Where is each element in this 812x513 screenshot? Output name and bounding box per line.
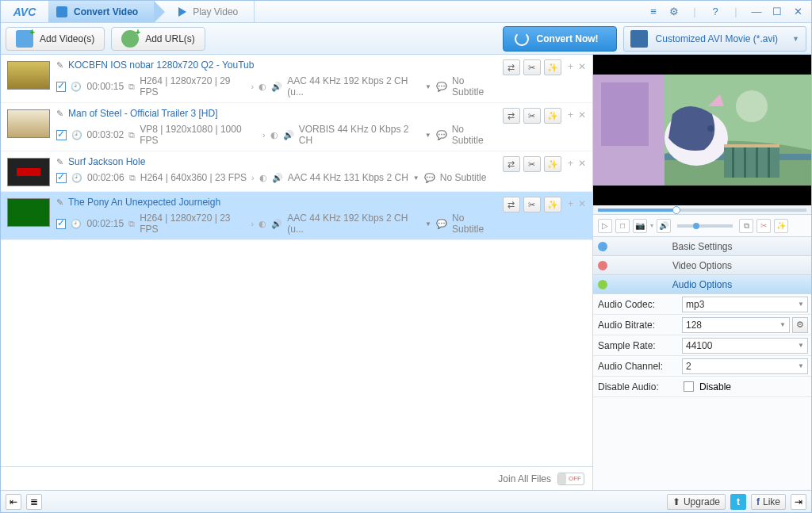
video-list-panel: ✎ KOCBFN IOS nobar 1280x720 Q2 - YouTub … — [1, 55, 593, 490]
swap-button[interactable]: ⇄ — [503, 59, 520, 75]
video-track-icon: ◐ — [259, 173, 267, 183]
convert-now-button[interactable]: Convert Now! — [503, 26, 617, 52]
chevron-right-icon[interactable]: › — [251, 219, 255, 228]
thumbnail — [7, 109, 50, 138]
chevron-right-icon[interactable]: › — [251, 82, 255, 91]
play-button[interactable]: ▷ — [598, 219, 612, 233]
add-sub-item-icon[interactable]: + — [568, 158, 573, 169]
effects-button[interactable]: ✨ — [544, 59, 561, 75]
audio-bitrate-label: Audio Bitrate: — [593, 320, 682, 331]
help-icon[interactable]: ? — [708, 5, 722, 19]
add-urls-button[interactable]: Add URL(s) — [111, 27, 205, 51]
chevron-down-icon[interactable]: ▼ — [413, 174, 419, 182]
checkbox[interactable] — [56, 82, 66, 92]
edit-title-icon[interactable]: ✎ — [56, 109, 63, 119]
facebook-like-button[interactable]: f Like — [751, 494, 786, 510]
edit-title-icon[interactable]: ✎ — [56, 157, 63, 167]
add-sub-item-icon[interactable]: + — [568, 109, 573, 121]
film-icon — [630, 30, 648, 48]
title-bar: AVC Convert Video Play Video ≡ ⚙ | ? | —… — [1, 1, 811, 23]
chevron-down-icon[interactable]: ▼ — [425, 220, 431, 228]
audio-bitrate-select[interactable]: 128▼ — [682, 317, 790, 333]
upgrade-button[interactable]: ⬆ Upgrade — [667, 494, 726, 510]
audio-meta: AAC 44 KHz 131 Kbps 2 CH — [288, 172, 408, 183]
preview-player[interactable] — [593, 55, 811, 205]
list-view-icon[interactable]: ≣ — [26, 494, 42, 510]
video-title[interactable]: Man of Steel - Official Trailer 3 [HD] — [68, 108, 218, 119]
app-logo: AVC — [1, 1, 48, 22]
cut-button[interactable]: ✂ — [523, 197, 541, 212]
cut-button[interactable]: ✂ — [523, 156, 541, 172]
tab-play-video[interactable]: Play Video — [155, 1, 255, 22]
volume-slider[interactable] — [677, 224, 733, 228]
minimize-icon[interactable]: — — [749, 5, 764, 19]
remove-row-icon[interactable]: ✕ — [578, 61, 586, 72]
video-title[interactable]: The Pony An Unexpected Journeigh — [68, 197, 220, 208]
chevron-down-icon[interactable]: ▼ — [425, 132, 431, 139]
video-title[interactable]: KOCBFN IOS nobar 1280x720 Q2 - YouTub — [68, 59, 254, 71]
video-row[interactable]: ✎ The Pony An Unexpected Journeigh 🕘 00:… — [1, 192, 592, 240]
join-files-toggle[interactable]: OFF — [557, 473, 584, 485]
menu-icon[interactable]: ≡ — [646, 5, 661, 19]
wand-button[interactable]: ✨ — [774, 219, 788, 233]
bitrate-settings-button[interactable]: ⚙ — [792, 317, 808, 333]
add-sub-item-icon[interactable]: + — [568, 198, 573, 209]
stop-button[interactable]: □ — [615, 219, 630, 233]
edit-title-icon[interactable]: ✎ — [56, 60, 63, 71]
chevron-right-icon[interactable]: › — [262, 130, 266, 140]
sample-rate-select[interactable]: 44100▼ — [682, 338, 808, 354]
duration: 00:00:15 — [86, 81, 124, 92]
trim-button[interactable]: ✂ — [756, 219, 771, 233]
video-title[interactable]: Surf Jackson Hole — [68, 156, 145, 167]
remove-row-icon[interactable]: ✕ — [578, 109, 586, 121]
seek-handle[interactable] — [672, 206, 680, 214]
film-strip-icon: ⧉ — [128, 219, 135, 229]
checkbox[interactable] — [56, 130, 67, 140]
chevron-right-icon[interactable]: › — [251, 173, 255, 182]
add-sub-item-icon[interactable]: + — [568, 61, 573, 72]
chevron-down-icon[interactable]: ▼ — [425, 83, 431, 90]
mark-in-button[interactable]: ⧉ — [739, 219, 753, 233]
video-row[interactable]: ✎ KOCBFN IOS nobar 1280x720 Q2 - YouTub … — [1, 55, 592, 103]
subtitle-icon: 💬 — [436, 219, 447, 229]
close-icon[interactable]: ✕ — [791, 5, 805, 19]
swap-button[interactable]: ⇄ — [503, 108, 520, 124]
twitter-icon[interactable]: t — [730, 494, 746, 510]
volume-button[interactable]: 🔊 — [657, 219, 671, 233]
status-bar: ⇤ ≣ ⬆ Upgrade t f Like ⇥ — [1, 490, 811, 512]
swap-button[interactable]: ⇄ — [503, 197, 520, 212]
effects-button[interactable]: ✨ — [544, 156, 561, 172]
remove-row-icon[interactable]: ✕ — [578, 158, 586, 169]
output-profile-selector[interactable]: Customized AVI Movie (*.avi) ▼ — [623, 26, 806, 52]
effects-button[interactable]: ✨ — [544, 197, 561, 212]
remove-row-icon[interactable]: ✕ — [578, 198, 586, 209]
basic-settings-header[interactable]: Basic Settings — [593, 237, 811, 256]
audio-codec-select[interactable]: mp3▼ — [682, 297, 808, 312]
panel-toggle-right-icon[interactable]: ⇥ — [791, 494, 806, 510]
snapshot-button[interactable]: 📷 — [633, 219, 647, 233]
disable-audio-checkbox[interactable] — [684, 381, 694, 392]
add-videos-button[interactable]: Add Video(s) — [6, 27, 105, 51]
panel-toggle-left-icon[interactable]: ⇤ — [6, 494, 21, 510]
settings-icon[interactable]: ⚙ — [667, 5, 681, 19]
audio-options-header[interactable]: Audio Options — [593, 275, 811, 294]
audio-track-icon: 🔊 — [283, 130, 294, 140]
video-row[interactable]: ✎ Surf Jackson Hole 🕘 00:02:06 ⧉ H264 | … — [1, 151, 592, 192]
checkbox[interactable] — [56, 173, 67, 183]
video-options-header[interactable]: Video Options — [593, 256, 811, 275]
seek-bar[interactable] — [593, 205, 811, 215]
button-label: Upgrade — [684, 496, 720, 507]
window-controls: ≡ ⚙ | ? | — ☐ ✕ — [640, 1, 811, 22]
cut-button[interactable]: ✂ — [523, 108, 541, 124]
edit-title-icon[interactable]: ✎ — [56, 197, 63, 208]
video-row[interactable]: ✎ Man of Steel - Official Trailer 3 [HD]… — [1, 103, 592, 151]
checkbox[interactable] — [56, 219, 66, 229]
audio-channel-select[interactable]: 2▼ — [682, 358, 808, 374]
maximize-icon[interactable]: ☐ — [770, 5, 784, 19]
swap-button[interactable]: ⇄ — [503, 156, 520, 172]
tab-convert-video[interactable]: Convert Video — [48, 1, 155, 22]
effects-button[interactable]: ✨ — [544, 108, 561, 124]
audio-track-icon: 🔊 — [271, 82, 282, 92]
clock-icon: 🕘 — [71, 173, 82, 183]
cut-button[interactable]: ✂ — [523, 59, 541, 75]
